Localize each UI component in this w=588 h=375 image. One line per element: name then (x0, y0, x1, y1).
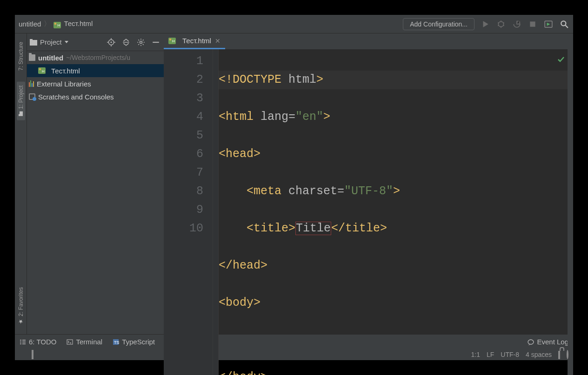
coverage-icon[interactable] (512, 19, 522, 29)
line-gutter: 12345678910 (164, 49, 213, 375)
expand-all-icon[interactable] (121, 37, 131, 47)
svg-rect-5 (19, 114, 20, 116)
svg-point-3 (561, 21, 566, 26)
hector-icon[interactable] (567, 351, 568, 358)
project-tool-button[interactable]: 1: Project (17, 82, 25, 120)
scratches-icon (29, 93, 35, 100)
svg-rect-1 (530, 21, 535, 26)
structure-tool-button[interactable]: 7: Structure (18, 42, 24, 71)
svg-point-0 (498, 21, 503, 26)
hide-icon[interactable] (151, 37, 161, 47)
project-tool-header: Project (27, 33, 164, 51)
readonly-lock-icon[interactable] (558, 351, 560, 358)
main-area: 7: Structure 1: Project ★2: Favorites Pr… (15, 33, 573, 334)
tree-external-libraries[interactable]: External Libraries (27, 77, 164, 90)
editor-right-strip (568, 49, 573, 375)
locate-icon[interactable] (106, 37, 116, 47)
code-text[interactable]: <!DOCTYPE html> <html lang="en"> <head> … (219, 49, 568, 375)
project-view-selector[interactable]: Project (30, 38, 68, 46)
analysis-ok-icon[interactable] (557, 51, 565, 70)
ide-window: untitled 〉 HТест.html Add Configuration.… (15, 15, 573, 360)
project-tree[interactable]: untitled ~/WebstormProjects/u H Тест.htm… (27, 51, 164, 334)
folder-icon (29, 54, 35, 61)
breadcrumb-file[interactable]: HТест.html (53, 20, 93, 28)
left-strip-bottom: ★2: Favorites (18, 282, 24, 330)
html-file-icon: H (53, 22, 61, 28)
gear-icon[interactable] (136, 37, 146, 47)
chevron-down-icon (65, 41, 68, 43)
code-area[interactable]: 12345678910 <!DOCTYPE html> <html lang="… (164, 49, 573, 375)
svg-point-10 (140, 41, 142, 43)
tree-scratches[interactable]: Scratches and Consoles (27, 90, 164, 103)
svg-point-9 (110, 41, 112, 43)
terminal-tool-button[interactable]: Terminal (67, 338, 102, 346)
svg-rect-11 (153, 41, 159, 42)
svg-rect-7 (30, 39, 33, 40)
project-tool-window: Project untitled ~/WebstormProjects/u H … (27, 33, 164, 334)
svg-rect-4 (20, 112, 23, 116)
editor-tab[interactable]: H Тест.html ✕ (164, 33, 225, 49)
tool-window-toggle-icon[interactable] (32, 351, 33, 358)
todo-tool-button[interactable]: 6: TODO (20, 338, 56, 346)
run-icon[interactable] (480, 19, 490, 29)
svg-text:TS: TS (114, 340, 119, 345)
editor-tabbar: H Тест.html ✕ (164, 33, 573, 49)
toolbar-right: Add Configuration... (403, 18, 569, 30)
add-configuration-button[interactable]: Add Configuration... (403, 18, 474, 30)
search-everywhere-icon[interactable] (559, 19, 569, 29)
editor: H Тест.html ✕ 12345678910 <!DOCTYPE html… (164, 33, 573, 334)
favorites-tool-button[interactable]: ★2: Favorites (18, 287, 24, 325)
breadcrumb-project[interactable]: untitled (19, 20, 41, 28)
svg-rect-12 (67, 340, 73, 344)
debug-icon[interactable] (496, 19, 506, 29)
typescript-tool-button[interactable]: TS TypeScript (113, 338, 155, 346)
stop-icon[interactable] (528, 19, 538, 29)
left-tool-strip: 7: Structure 1: Project ★2: Favorites (15, 33, 27, 334)
tree-file-selected[interactable]: H Тест.html (27, 64, 164, 77)
tree-root[interactable]: untitled ~/WebstormProjects/u (27, 51, 164, 64)
html-file-icon: H (168, 38, 176, 44)
chevron-right-icon: 〉 (44, 20, 51, 28)
html-file-icon: H (38, 67, 46, 74)
close-tab-icon[interactable]: ✕ (215, 37, 220, 45)
svg-rect-6 (30, 40, 37, 46)
run-anything-icon[interactable] (543, 19, 554, 29)
libraries-icon (29, 80, 34, 87)
navigation-bar: untitled 〉 HТест.html Add Configuration.… (15, 15, 573, 33)
fold-column[interactable] (213, 49, 219, 375)
breadcrumb: untitled 〉 HТест.html (19, 20, 403, 28)
